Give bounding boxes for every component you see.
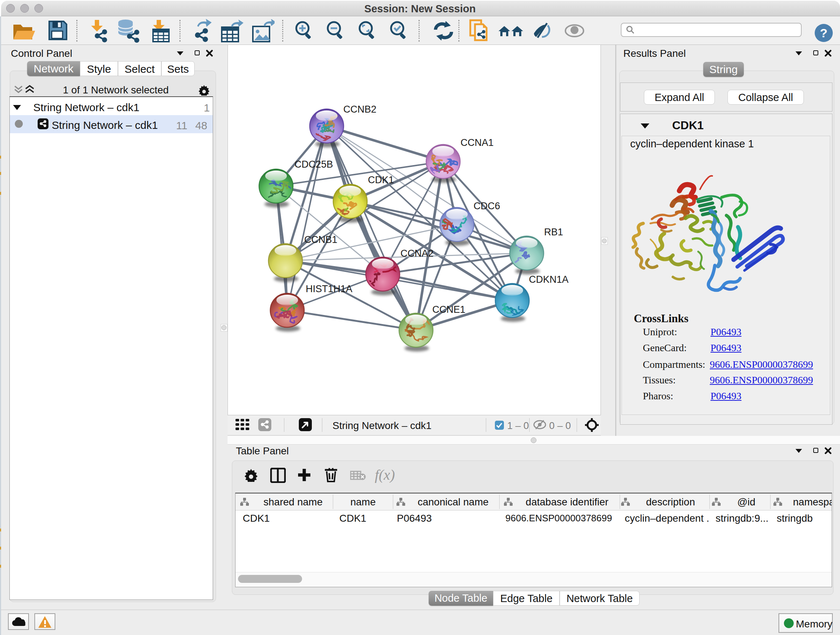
svg-text:CCNA1: CCNA1 <box>461 137 494 148</box>
svg-text:CDC25B: CDC25B <box>294 159 333 170</box>
svg-text:CCNA2: CCNA2 <box>401 248 434 259</box>
svg-text:CCNB1: CCNB1 <box>304 234 338 245</box>
svg-text:CCNB2: CCNB2 <box>343 104 377 115</box>
svg-text:CCNE1: CCNE1 <box>432 304 466 315</box>
svg-text:CDC6: CDC6 <box>474 201 500 211</box>
svg-text:CDK1: CDK1 <box>368 174 394 185</box>
svg-text:HIST1H1A: HIST1H1A <box>306 283 352 295</box>
svg-text:RB1: RB1 <box>544 226 563 238</box>
svg-text:CDKN1A: CDKN1A <box>529 274 569 285</box>
